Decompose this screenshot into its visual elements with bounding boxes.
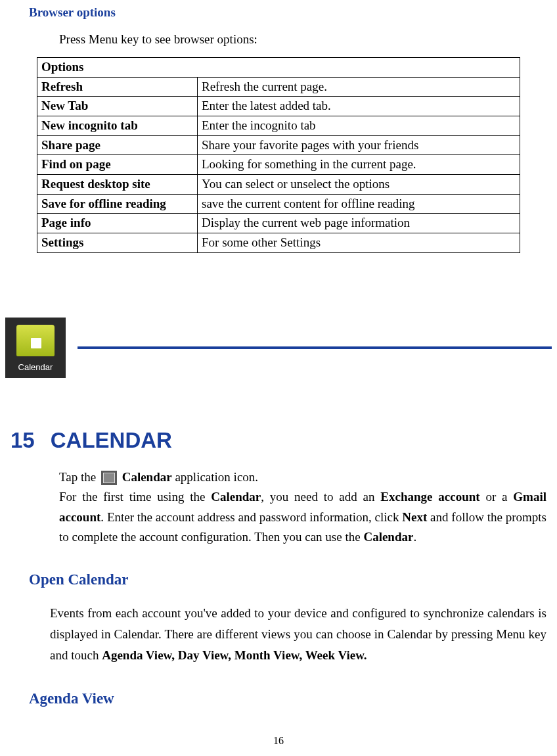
calendar-intro-paragraph: Tap the Calendar application icon. For t…: [59, 467, 546, 548]
table-row: Page info Display the current web page i…: [37, 214, 520, 233]
text: Tap the: [59, 470, 99, 484]
option-name: Save for offline reading: [37, 194, 198, 214]
text-bold: Next: [402, 510, 427, 524]
option-name: New incognito tab: [37, 116, 198, 136]
chapter-title: 15CALENDAR: [11, 425, 552, 456]
table-row: Request desktop site You can select or u…: [37, 175, 520, 195]
table-row: Settings For some other Settings: [37, 233, 520, 252]
calendar-app-icon: Calendar: [5, 318, 66, 378]
option-desc: Share your favorite pages with your frie…: [198, 135, 520, 155]
table-row: New incognito tab Enter the incognito ta…: [37, 116, 520, 136]
browser-word: Browser: [29, 5, 74, 19]
option-name: Refresh: [37, 77, 198, 97]
text: .: [413, 530, 416, 544]
table-row: Refresh Refresh the current page.: [37, 77, 520, 97]
option-desc: save the current content for offline rea…: [198, 194, 520, 214]
option-desc: You can select or unselect the options: [198, 175, 520, 195]
table-row: Share page Share your favorite pages wit…: [37, 135, 520, 155]
chapter-name: CALENDAR: [51, 428, 172, 452]
table-header-row: Options: [37, 58, 520, 78]
option-desc: Display the current web page information: [198, 214, 520, 233]
text: application icon.: [172, 470, 258, 484]
section-title-browser-options: Browser options: [29, 4, 552, 22]
table-row: Save for offline reading save the curren…: [37, 194, 520, 214]
option-desc: Enter the latest added tab.: [198, 97, 520, 116]
browser-options-table: Options Refresh Refresh the current page…: [37, 57, 520, 252]
option-name: New Tab: [37, 97, 198, 116]
option-desc: Looking for something in the current pag…: [198, 155, 520, 175]
chapter-divider: Calendar: [5, 318, 552, 378]
divider-line: [78, 346, 552, 349]
text: For the first time using the: [59, 490, 211, 504]
text-bold: Calendar: [211, 490, 261, 504]
options-word: options: [74, 5, 116, 19]
calendar-icon: [16, 325, 55, 356]
text-bold: Calendar: [363, 530, 413, 544]
open-calendar-body: Events from each account you've added to…: [50, 603, 546, 667]
option-desc: Enter the incognito tab: [198, 116, 520, 136]
calendar-app-label: Calendar: [18, 362, 53, 373]
option-desc: Refresh the current page.: [198, 77, 520, 97]
open-calendar-heading: Open Calendar: [29, 569, 552, 590]
text: , you need to add an: [261, 490, 380, 504]
chapter-number: 15: [11, 428, 35, 452]
option-name: Request desktop site: [37, 175, 198, 195]
text: or a: [480, 490, 514, 504]
intro-text: Press Menu key to see browser options:: [59, 31, 552, 49]
option-desc: For some other Settings: [198, 233, 520, 252]
option-name: Find on page: [37, 155, 198, 175]
agenda-view-heading: Agenda View: [29, 688, 552, 709]
table-header-options: Options: [37, 58, 520, 78]
text: . Enter the account address and password…: [100, 510, 402, 524]
table-row: New Tab Enter the latest added tab.: [37, 97, 520, 116]
table-row: Find on page Looking for something in th…: [37, 155, 520, 175]
text-bold: Agenda View, Day View, Month View, Week …: [102, 648, 367, 662]
text-bold: Exchange account: [380, 490, 479, 504]
text-bold: Calendar: [119, 470, 172, 484]
calendar-inline-icon: [101, 471, 117, 485]
option-name: Share page: [37, 135, 198, 155]
option-name: Settings: [37, 233, 198, 252]
option-name: Page info: [37, 214, 198, 233]
page-number: 16: [0, 734, 557, 748]
